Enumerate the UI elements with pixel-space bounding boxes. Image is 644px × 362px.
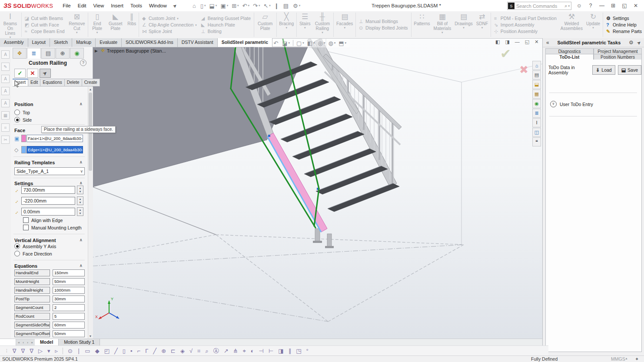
new-document-icon[interactable]: ▯▾ — [200, 3, 206, 9]
distance-input[interactable]: -220.00mm — [21, 197, 75, 205]
tab-nav-icon[interactable]: › — [26, 341, 30, 345]
select-tool-icon[interactable]: ▷ — [38, 347, 43, 355]
catalog-icon[interactable]: ▤ — [532, 70, 541, 80]
cut-group[interactable]: ◪Cut with Beams ◩Cut with Face ≈Cope Bea… — [23, 11, 67, 38]
pane-left-icon[interactable]: ◧ — [495, 39, 500, 45]
panel-scrollbar[interactable]: ▲ ▼ — [88, 87, 93, 339]
face-selection-field[interactable]: ▣ Face<1>@U_200_8daa4b30-et — [14, 135, 83, 142]
position-radio[interactable]: Top — [14, 110, 30, 115]
command-tab[interactable]: SOLIDWORKS Add-Ins — [122, 38, 178, 47]
filter-spline-icon[interactable]: ╱ — [114, 347, 118, 355]
account-icon[interactable]: ☺ — [574, 3, 585, 9]
minimize-doc-icon[interactable]: — — [515, 39, 520, 45]
equation-value-input[interactable]: 2 — [53, 304, 85, 311]
selection-value[interactable]: Edge<1>@U_200_8daa4b30-e — [27, 146, 83, 153]
ok-button[interactable]: ✓ — [14, 69, 26, 78]
spinner-stepper[interactable]: ▲▼ — [77, 186, 83, 194]
equation-name[interactable]: MountHeight — [14, 278, 50, 285]
restore-doc-icon[interactable]: ◱ — [525, 39, 529, 45]
command-tab[interactable]: DSTV Assistant — [178, 38, 218, 47]
vertical-alignment-radio[interactable]: Face Direction — [14, 251, 52, 256]
pane-right-icon[interactable]: ◨ — [505, 39, 509, 45]
lasso-select-icon[interactable]: ▹ — [55, 347, 58, 355]
mode-tab[interactable]: Edit — [28, 79, 40, 86]
cancel-button[interactable]: ✕ — [27, 69, 38, 78]
view-settings-icon[interactable]: ⬒▾ — [339, 40, 346, 46]
filter-origin-icon[interactable]: ⊕ — [161, 347, 166, 355]
filter-polygon-icon[interactable]: ◆ — [95, 347, 100, 355]
checkbox-icon[interactable] — [23, 217, 29, 223]
ribbon-stack-item[interactable]: ✎Rename Parts — [606, 29, 642, 34]
display-style-icon[interactable]: ◧▾ — [307, 40, 315, 46]
ribbon-cell[interactable] — [254, 13, 254, 37]
view-orientation-icon[interactable]: ▢▾ — [296, 40, 304, 46]
separator[interactable] — [63, 348, 63, 354]
folder-icon[interactable]: ⬓ — [532, 80, 541, 89]
trim-icon[interactable]: ✂ — [1, 136, 10, 144]
equation-name[interactable]: PostTip — [14, 296, 50, 302]
checkbox-icon[interactable] — [23, 225, 29, 230]
custom-plate-button[interactable]: ▱ Custom Plate — [255, 11, 276, 38]
filter-plane-icon[interactable]: ▯ — [123, 347, 126, 355]
print-icon[interactable]: ⊞▾ — [232, 3, 239, 9]
filter-rectangle-icon[interactable]: ▭ — [85, 347, 90, 355]
tab-nav-icon[interactable]: ‹ — [21, 341, 25, 345]
ribbon-cell[interactable] — [21, 13, 22, 37]
steel-beam-icon[interactable]: Ⅰ — [532, 118, 541, 127]
filter-vertex-icon[interactable]: ▪ — [130, 347, 133, 355]
units-caret-icon[interactable]: ▲ — [625, 357, 628, 360]
list-icon[interactable]: ▤ — [283, 3, 289, 9]
command-tab[interactable]: Markup — [72, 38, 96, 47]
note-icon[interactable]: A — [1, 50, 10, 59]
command-tab[interactable]: SolidSteel parametric — [218, 38, 272, 47]
filter-extrude-icon[interactable]: ⊏ — [171, 347, 176, 355]
equation-value-input[interactable]: 1000mm — [53, 287, 85, 294]
filter-degree-icon[interactable]: ° — [306, 347, 308, 355]
ribbon-stack-item[interactable]: ⊹Position Assembly — [494, 29, 557, 34]
menu-item[interactable]: Tools — [127, 0, 146, 11]
plate-group[interactable]: ◢Bearing Gusset Plate ◣Haunch Plate ⊥Bol… — [199, 11, 253, 38]
confirm-cancel-icon[interactable]: ✖ — [519, 63, 528, 76]
redo-icon[interactable]: ↷▾ — [253, 3, 260, 9]
filter-point-icon[interactable]: ⊙ — [68, 347, 73, 355]
ribbon-stack-item[interactable]: ⇘Import Assembly — [494, 22, 557, 28]
undo-icon[interactable]: ↶▾ — [242, 3, 249, 9]
toolbar-drag-handle[interactable]: ⁞ — [6, 349, 7, 353]
radio-icon[interactable] — [14, 251, 20, 256]
equation-name[interactable]: RodCount — [14, 313, 50, 320]
ribbon-stack-item[interactable]: ◩Cut with Face — [25, 22, 65, 28]
breadcrumb[interactable]: ▶ ❖ Treppen Baugruppe (Stan... — [95, 48, 166, 53]
filter-axis-icon[interactable]: ╱ — [153, 347, 156, 355]
ribbon-stack-item[interactable]: ◆Custom Joint▾ — [142, 16, 197, 21]
stairs-button[interactable]: ☰ Stairs ▾ — [298, 11, 312, 38]
gusset-plate-button[interactable]: ◣ Gusset Plate — [105, 11, 126, 38]
close-icon[interactable]: ✕ — [630, 3, 641, 9]
filter-magnifier-icon[interactable]: ⌕ — [205, 347, 208, 355]
equation-value-input[interactable]: 5 — [53, 313, 85, 320]
filter-line-icon[interactable]: ∣ — [77, 347, 80, 355]
equation-value-input[interactable]: 60mm — [53, 322, 85, 329]
spinner-stepper[interactable]: ▲▼ — [77, 207, 83, 216]
section-view-icon[interactable]: ◪▾ — [282, 40, 290, 46]
previous-view-icon[interactable]: ↶ — [273, 40, 279, 46]
edge-selection-field[interactable]: ◇ Edge<1>@U_200_8daa4b30-e — [14, 146, 83, 153]
equation-name[interactable]: HandrailHeight — [14, 287, 50, 294]
block-icon[interactable]: ▦ — [1, 111, 10, 120]
spinner-stepper[interactable]: ▲▼ — [77, 196, 83, 205]
update-button[interactable]: ↻ Update ▾ — [584, 11, 602, 38]
separator[interactable] — [293, 40, 293, 46]
distance-input[interactable]: 730.00mm — [21, 186, 75, 194]
home-icon[interactable]: ⌂ — [193, 3, 197, 9]
drawings-button[interactable]: ▤ Drawings ▾ — [453, 11, 475, 38]
distance-input[interactable]: 0.00mm — [21, 208, 75, 216]
ribbon-stack-item[interactable]: ⊥Manual Boltings — [359, 19, 408, 24]
menu-pin-icon[interactable]: ➤ — [172, 2, 178, 9]
options-gear-icon[interactable]: ⚙▾ — [293, 3, 300, 9]
pm-tab-display-icon[interactable]: ◉ — [70, 48, 84, 59]
filter-route-icon[interactable]: Γ — [145, 347, 148, 355]
ribbon-stack-item[interactable]: ?Online Help — [606, 22, 642, 28]
user-todo-entry-expander[interactable]: ∨ User ToDo Entry — [550, 101, 593, 107]
annotation-edit-icon[interactable]: ✎ — [1, 63, 10, 71]
model-tab[interactable]: Motion Study 1 — [59, 339, 100, 346]
filter-corner-icon[interactable]: ⌐ — [137, 347, 141, 355]
